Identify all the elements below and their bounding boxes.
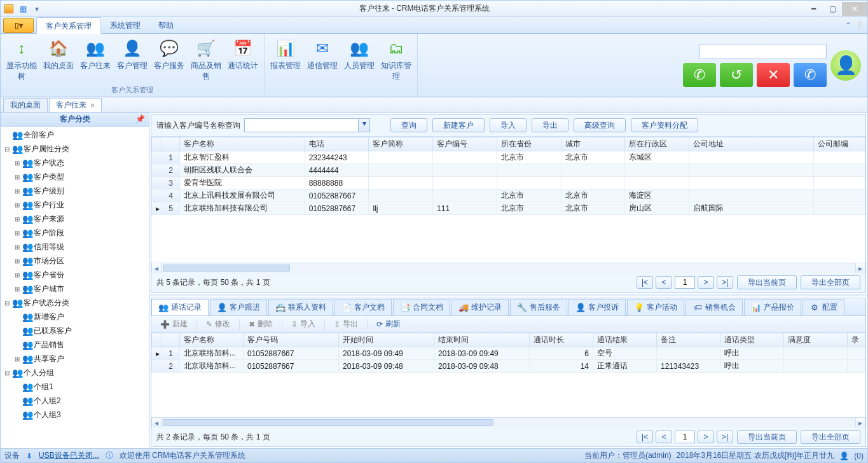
col-header[interactable]: 通话类型 [720, 333, 784, 347]
tree-node-19[interactable]: 👥个人组2 [1, 394, 149, 408]
action-button-2[interactable]: 导入 [490, 118, 527, 132]
expand-icon[interactable]: ⊞ [13, 356, 21, 363]
tree-node-17[interactable]: ⊟👥个人分组 [1, 366, 149, 380]
last-page-button[interactable]: >| [717, 276, 733, 289]
call-button[interactable]: ✆ [683, 63, 716, 87]
help-icon[interactable]: ❔ [854, 21, 864, 30]
table-row[interactable]: ▸1北京联络加科...010528876672018-03-09 09:4920… [152, 347, 866, 360]
expand-icon[interactable]: ⊞ [13, 272, 21, 279]
table-row[interactable]: ▸5北京联络加科技有限公司01052887667llj111北京市北京市房山区启… [152, 202, 865, 215]
table-row[interactable]: 2朝阳区残联人联合会4444444 [152, 164, 865, 177]
table-row[interactable]: 2北京联络加科...010528876672018-03-09 09:48201… [152, 360, 866, 373]
col-header[interactable]: 通话时长 [530, 333, 593, 347]
action-button-0[interactable]: 查询 [390, 118, 427, 132]
first-page-button[interactable]: |< [637, 276, 653, 289]
file-button[interactable]: ▯▾ [3, 18, 34, 33]
tree-node-14[interactable]: 👥已联系客户 [1, 324, 149, 338]
tree-node-11[interactable]: ⊞👥客户城市 [1, 282, 149, 296]
menu-tab-2[interactable]: 帮助 [149, 17, 183, 34]
detail-tab-6[interactable]: 🔧售后服务 [510, 299, 567, 315]
expand-icon[interactable]: ⊞ [13, 188, 21, 195]
export-current-page-button-bottom[interactable]: 导出当前页 [737, 430, 797, 444]
first-page-button-bottom[interactable]: |< [637, 431, 653, 443]
next-page-button[interactable]: > [698, 276, 714, 289]
tree-node-1[interactable]: ⊟👥客户属性分类 [1, 142, 149, 156]
action-button-1[interactable]: 新建客户 [432, 118, 485, 132]
tree-node-15[interactable]: 👥产品销售 [1, 338, 149, 352]
col-header[interactable]: 满意度 [784, 333, 848, 347]
search-input[interactable] [245, 119, 358, 132]
tree-node-0[interactable]: 👥全部客户 [1, 128, 149, 142]
expand-icon[interactable]: ⊞ [13, 174, 21, 181]
ribbon-item-0-3[interactable]: 👤客户管理 [114, 35, 151, 85]
table-row[interactable]: 3爱育华医院88888888 [152, 177, 865, 190]
col-header[interactable]: 开始时间 [339, 333, 434, 347]
ribbon-item-1-2[interactable]: 👥人员管理 [341, 35, 378, 93]
action-button-3[interactable]: 导出 [532, 118, 568, 132]
ribbon-item-1-3[interactable]: 🗂知识库管理 [378, 35, 415, 93]
next-page-button-bottom[interactable]: > [698, 431, 714, 443]
col-header[interactable]: 备注 [657, 333, 720, 347]
table-row[interactable]: 4北京上讯科技发展有限公司01052887667北京市北京市海淀区 [152, 190, 865, 202]
prev-page-button-bottom[interactable]: < [656, 431, 672, 443]
h-scrollbar[interactable]: ◂ ▸ [151, 263, 865, 273]
ribbon-item-0-0[interactable]: ↕显示功能树 [3, 35, 40, 85]
tree-node-2[interactable]: ⊞👥客户状态 [1, 156, 149, 170]
tree-node-20[interactable]: 👥个人组3 [1, 408, 149, 422]
ribbon-item-0-6[interactable]: 📅通话统计 [224, 35, 261, 85]
detail-tab-0[interactable]: 👥通话记录 [151, 299, 209, 315]
detail-tab-5[interactable]: 🚚维护记录 [451, 299, 509, 315]
hangup-button[interactable]: ✕ [757, 63, 790, 87]
expand-icon[interactable]: ⊞ [13, 160, 21, 167]
tree-node-12[interactable]: ⊟👥客户状态分类 [1, 296, 149, 310]
export-current-page-button[interactable]: 导出当前页 [737, 275, 797, 289]
tree-node-8[interactable]: ⊞👥信用等级 [1, 240, 149, 254]
doc-tab-0[interactable]: 我的桌面 [3, 98, 48, 112]
last-page-button-bottom[interactable]: >| [717, 431, 733, 443]
detail-tab-1[interactable]: 👤客户跟进 [210, 299, 267, 315]
device-status-icon[interactable]: ⬇ [26, 452, 32, 460]
detail-tab-8[interactable]: 💡客户活动 [627, 299, 684, 315]
tree-node-3[interactable]: ⊞👥客户类型 [1, 170, 149, 184]
expand-icon[interactable]: ⊞ [13, 258, 21, 265]
expand-icon[interactable]: ⊞ [13, 244, 21, 251]
col-header[interactable]: 客户编号 [433, 137, 497, 151]
ribbon-item-0-4[interactable]: 💬客户服务 [151, 35, 188, 85]
tree-node-4[interactable]: ⊞👥客户级别 [1, 184, 149, 198]
tree-node-10[interactable]: ⊞👥客户省份 [1, 268, 149, 282]
ribbon-item-0-2[interactable]: 👥客户往来 [77, 35, 114, 85]
detail-tab-10[interactable]: 📊产品报价 [744, 299, 801, 315]
qat-grid-icon[interactable]: ▦ [17, 3, 29, 15]
call-alt-button[interactable]: ↺ [720, 63, 753, 87]
col-header[interactable]: 公司地址 [689, 137, 813, 151]
menu-tab-1[interactable]: 系统管理 [101, 17, 149, 34]
toolbar-button-5[interactable]: ⟳刷新 [371, 317, 406, 331]
menu-tab-0[interactable]: 客户关系管理 [36, 17, 101, 34]
expand-icon[interactable]: ⊞ [13, 230, 21, 237]
expand-icon[interactable]: ⊟ [3, 146, 11, 153]
export-all-pages-button[interactable]: 导出全部页 [801, 275, 860, 289]
expand-icon[interactable]: ⊟ [3, 370, 11, 377]
page-input[interactable] [675, 276, 695, 289]
detail-tab-11[interactable]: ⚙配置 [803, 299, 844, 315]
action-button-4[interactable]: 高级查询 [574, 118, 626, 132]
tree-node-18[interactable]: 👥个组1 [1, 380, 149, 394]
col-header[interactable]: 通话结果 [593, 333, 657, 347]
search-combo[interactable]: ▾ [244, 118, 370, 132]
action-button-5[interactable]: 客户资料分配 [631, 118, 698, 132]
minimize-button[interactable]: ━ [804, 2, 823, 16]
detail-tab-9[interactable]: 🏷销售机会 [685, 299, 743, 315]
qat-dropdown-icon[interactable]: ▾ [31, 3, 43, 15]
tree-node-7[interactable]: ⊞👥客户阶段 [1, 226, 149, 240]
phone-search-input[interactable] [699, 44, 827, 59]
col-header[interactable]: 城市 [561, 137, 625, 151]
ribbon-item-0-1[interactable]: 🏠我的桌面 [40, 35, 77, 85]
expand-icon[interactable]: ⊞ [13, 286, 21, 293]
detail-tab-3[interactable]: 📄客户文档 [334, 299, 392, 315]
col-header[interactable]: 所在省份 [497, 137, 561, 151]
col-header[interactable]: 客户名称 [180, 137, 305, 151]
prev-page-button[interactable]: < [656, 276, 672, 289]
col-header[interactable]: 所在行政区 [625, 137, 689, 151]
close-button[interactable]: ✕ [842, 2, 867, 16]
ribbon-item-0-5[interactable]: 🛒商品及销售 [188, 35, 224, 85]
